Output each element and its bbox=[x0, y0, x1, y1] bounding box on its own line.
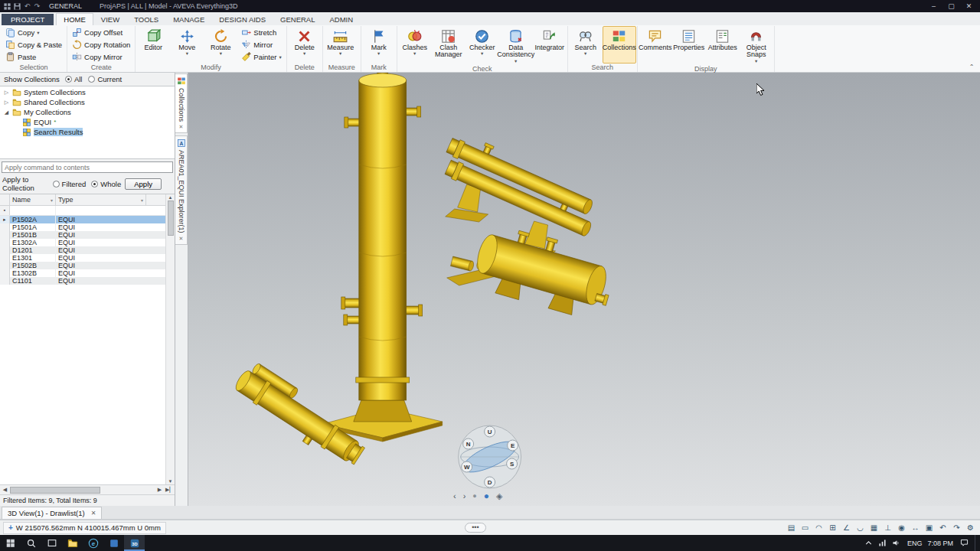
object-snaps-button[interactable]: Object Snaps▾ bbox=[740, 26, 773, 65]
compass-east[interactable]: E bbox=[508, 440, 518, 451]
scroll-right-icon[interactable]: ▶ bbox=[155, 487, 165, 493]
ribbon-tab-project[interactable]: PROJECT bbox=[2, 14, 54, 25]
ribbon-tab-general[interactable]: GENERAL bbox=[273, 14, 322, 25]
snap-angle-icon[interactable]: ∠ bbox=[840, 522, 853, 534]
scroll-thumb[interactable] bbox=[10, 487, 100, 494]
aveva-e3d-button[interactable]: 3D bbox=[124, 535, 145, 551]
copy-mirror-button[interactable]: Copy Mirror bbox=[70, 51, 132, 63]
magnet-icon[interactable]: ◡ bbox=[854, 522, 867, 534]
compass-down[interactable]: D bbox=[485, 477, 495, 487]
tree-item-shared-collections[interactable]: ▷Shared Collections bbox=[0, 97, 175, 107]
search-button[interactable]: Search▾ bbox=[569, 26, 603, 64]
view-forward-icon[interactable]: › bbox=[463, 492, 466, 500]
close-tab-icon[interactable]: ✕ bbox=[179, 236, 184, 242]
attributes-button[interactable]: Attributes bbox=[706, 26, 740, 65]
next-view-icon[interactable]: ↷ bbox=[950, 522, 963, 534]
paste-button[interactable]: Paste bbox=[3, 51, 64, 63]
column-filter-icon[interactable]: ▾ bbox=[51, 197, 53, 203]
scroll-left-icon[interactable]: ◀ bbox=[0, 487, 10, 493]
painter-button[interactable]: Painter▾ bbox=[239, 51, 283, 63]
ribbon-tab-tools[interactable]: TOOLS bbox=[127, 14, 165, 25]
table-row-p1501b[interactable]: P1501BEQUI bbox=[0, 231, 175, 239]
tree-item-system-collections[interactable]: ▷System Collections bbox=[0, 87, 175, 97]
data-consistency-button[interactable]: Data Consistency▾ bbox=[499, 26, 533, 65]
side-tab-collections[interactable]: Collections✕ bbox=[175, 73, 188, 133]
minimize-button[interactable]: – bbox=[925, 0, 942, 12]
move-button[interactable]: Move▾ bbox=[170, 26, 204, 64]
equipment-exchangers[interactable] bbox=[437, 130, 605, 239]
clash-manager-button[interactable]: Clash Manager bbox=[432, 26, 466, 65]
table-row-e1301[interactable]: E1301EQUI bbox=[0, 254, 175, 262]
integrator-button[interactable]: Integrator bbox=[533, 26, 567, 65]
collapsed-twisty-icon[interactable]: ▷ bbox=[3, 99, 10, 106]
zoom-window-icon[interactable]: ▣ bbox=[923, 522, 936, 534]
measure-button[interactable]: Measure▾ bbox=[324, 26, 358, 64]
undo-icon[interactable]: ↶ bbox=[22, 2, 32, 11]
filter-cell-type[interactable] bbox=[56, 206, 146, 215]
filter-cell-name[interactable] bbox=[10, 206, 56, 215]
collapse-ribbon-button[interactable]: ⌃ bbox=[966, 64, 977, 70]
properties-button[interactable]: Properties bbox=[672, 26, 706, 65]
stretch-button[interactable]: Stretch bbox=[239, 27, 283, 38]
language-indicator[interactable]: ENG bbox=[907, 540, 923, 547]
scroll-thumb[interactable] bbox=[168, 201, 174, 236]
close-button[interactable]: ✕ bbox=[960, 0, 978, 12]
show-collections-radio[interactable] bbox=[88, 76, 95, 83]
table-row-e1302a[interactable]: E1302AEQUI bbox=[0, 239, 175, 246]
filter-funnel-icon[interactable]: ▪ bbox=[4, 208, 5, 214]
equipment-column[interactable] bbox=[323, 73, 443, 442]
apply-command-input[interactable] bbox=[2, 161, 173, 173]
view-settings-icon[interactable]: ▤ bbox=[785, 522, 798, 534]
editor-button[interactable]: Editor bbox=[136, 26, 170, 64]
close-view-icon[interactable]: ✕ bbox=[91, 510, 96, 517]
table-row-e1302b[interactable]: E1302BEQUI bbox=[0, 269, 175, 277]
mark-button[interactable]: Mark▾ bbox=[362, 26, 396, 64]
table-row-p1502a[interactable]: ▸P1502AEQUI bbox=[0, 216, 175, 223]
column-header-name[interactable]: Name ▾ bbox=[10, 194, 56, 205]
iso-view-icon[interactable]: ◈ bbox=[496, 492, 502, 500]
tree-item-equi[interactable]: EQUI* bbox=[0, 117, 175, 127]
orbit-icon[interactable]: ◉ bbox=[895, 522, 908, 534]
show-desktop-button[interactable] bbox=[975, 535, 978, 551]
ribbon-tab-view[interactable]: VIEW bbox=[94, 14, 126, 25]
clock[interactable]: 7:08 PM bbox=[927, 540, 953, 547]
copy-offset-button[interactable]: Copy Offset bbox=[70, 27, 132, 38]
copy-rotation-button[interactable]: Copy Rotation bbox=[70, 39, 132, 51]
compass-up[interactable]: U bbox=[485, 426, 495, 437]
search-button[interactable] bbox=[21, 535, 41, 551]
save-icon[interactable] bbox=[12, 2, 22, 11]
protractor-icon[interactable]: ◠ bbox=[812, 522, 825, 534]
3d-model-canvas[interactable]: U N E W S bbox=[188, 73, 980, 506]
scroll-up-icon[interactable]: ▲ bbox=[168, 195, 173, 200]
collections-button[interactable]: Collections bbox=[603, 26, 636, 64]
redo-icon[interactable]: ↷ bbox=[32, 2, 42, 11]
edge-button[interactable]: e bbox=[83, 535, 103, 551]
collapsed-twisty-icon[interactable]: ▷ bbox=[3, 90, 10, 96]
column-header-type[interactable]: Type ▾ bbox=[56, 194, 146, 205]
mirror-button[interactable]: Mirror bbox=[239, 39, 283, 51]
compass-south[interactable]: S bbox=[507, 458, 518, 469]
apply-button[interactable]: Apply bbox=[125, 178, 162, 190]
volume-icon[interactable] bbox=[891, 538, 902, 549]
quick-access-menu[interactable]: GENERAL bbox=[46, 2, 85, 10]
start-button[interactable] bbox=[0, 535, 21, 551]
apply-to-option-filtered[interactable]: Filtered bbox=[53, 180, 87, 188]
expanded-twisty-icon[interactable]: ◢ bbox=[3, 109, 10, 116]
action-center-icon[interactable] bbox=[959, 538, 969, 548]
close-tab-icon[interactable]: ✕ bbox=[179, 124, 184, 130]
record-icon[interactable]: ● bbox=[472, 493, 476, 500]
ruler-icon[interactable]: ▭ bbox=[799, 522, 812, 534]
scroll-track[interactable] bbox=[10, 486, 155, 494]
checker-button[interactable]: Checker▾ bbox=[466, 26, 499, 65]
tree-item-my-collections[interactable]: ◢My Collections bbox=[0, 107, 175, 117]
compass-west[interactable]: W bbox=[462, 461, 472, 472]
grid-vertical-scrollbar[interactable]: ▲ ▼ bbox=[165, 194, 175, 484]
table-row-p1501a[interactable]: P1501AEQUI bbox=[0, 223, 175, 231]
task-view-button[interactable] bbox=[41, 535, 62, 551]
apply-to-radio[interactable] bbox=[53, 181, 60, 187]
settings-icon[interactable]: ⚙ bbox=[964, 522, 977, 534]
copy-button[interactable]: Copy▾ bbox=[3, 27, 64, 38]
column-filter-icon[interactable]: ▾ bbox=[141, 197, 143, 203]
view-tab-3d-view[interactable]: 3D View(1) - Drawlist(1) ✕ bbox=[2, 507, 102, 519]
scroll-page-right-icon[interactable]: ▶▏ bbox=[165, 487, 175, 493]
